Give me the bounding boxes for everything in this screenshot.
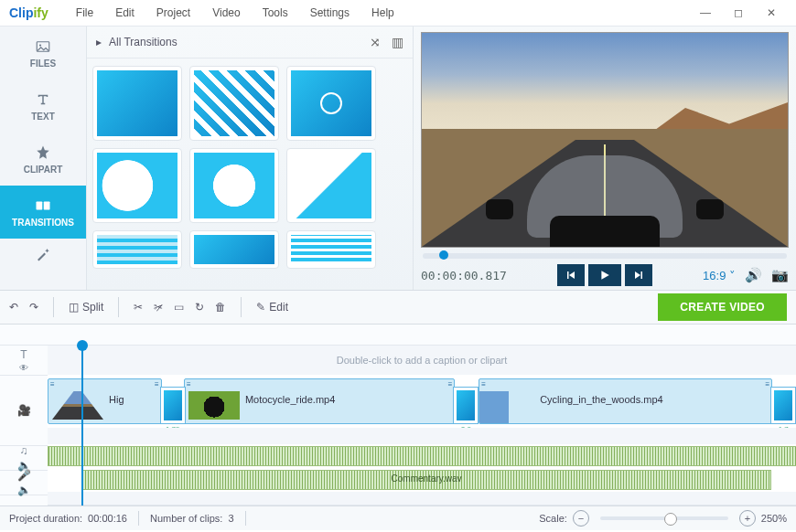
playhead[interactable] — [81, 346, 83, 505]
preview-seek-bar[interactable] — [423, 253, 787, 259]
music-lane[interactable] — [48, 444, 796, 469]
sidebar-item-text[interactable]: TEXT — [0, 80, 86, 133]
volume-icon[interactable]: 🔊 — [745, 267, 762, 283]
transitions-browser: ▸ All Transitions ⤨ ▥ — [87, 27, 414, 290]
shuffle-button[interactable]: ⤨ — [370, 35, 381, 49]
visibility-icon[interactable]: 👁 — [19, 363, 28, 373]
sidebar-item-transitions[interactable]: TRANSITIONS — [0, 186, 86, 239]
preview-panel: 00:00:00.817 16:9 ˅ 🔊 📷 — [414, 27, 796, 290]
text-track-icon: T — [20, 348, 27, 361]
transition-clip[interactable]: 1.7 — [770, 387, 796, 424]
wand-icon — [35, 246, 51, 262]
track-head-music[interactable]: ♫🔈 — [0, 446, 48, 471]
sidebar-item-files[interactable]: FILES — [0, 27, 86, 80]
transition-item[interactable] — [92, 66, 182, 141]
menu-help[interactable]: Help — [360, 6, 405, 19]
video-track-icon: 🎥 — [17, 404, 31, 417]
mic-lane[interactable]: Commentary.wav — [48, 468, 796, 493]
copy-button[interactable]: ▭ — [174, 301, 184, 314]
clips-label: Number of clips: — [150, 513, 222, 524]
delete-button[interactable]: 🗑 — [215, 301, 226, 314]
cut-button[interactable]: ✂ — [134, 301, 143, 314]
music-track-icon: ♫ — [20, 444, 28, 457]
zoom-out-button[interactable]: − — [573, 510, 589, 527]
mic-track-icon: 🎤 — [17, 469, 31, 482]
menu-settings[interactable]: Settings — [299, 6, 360, 19]
sidebar-label-clipart: CLIPART — [24, 165, 63, 175]
scale-label: Scale: — [539, 513, 567, 524]
redo-button[interactable]: ↷ — [29, 301, 38, 314]
next-frame-button[interactable] — [625, 264, 652, 286]
sidebar-label-transitions: TRANSITIONS — [12, 218, 74, 228]
star-icon — [35, 144, 51, 161]
zoom-in-button[interactable]: + — [739, 510, 756, 527]
menu-tools[interactable]: Tools — [252, 6, 299, 19]
browser-title: All Transitions — [109, 36, 177, 48]
clips-value: 3 — [228, 513, 233, 524]
sidebar-label-text: TEXT — [31, 112, 55, 122]
sidebar: FILES TEXT CLIPART TRANSITIONS — [0, 27, 87, 290]
transition-item[interactable] — [92, 230, 182, 269]
video-clip[interactable]: ≡≡Cycling_in_the_woods.mp4 — [479, 378, 772, 424]
svg-rect-2 — [37, 201, 43, 209]
preview-timecode: 00:00:00.817 — [421, 269, 507, 282]
duration-label: Project duration: — [9, 513, 82, 524]
play-button[interactable] — [588, 264, 621, 286]
track-head-mic[interactable]: 🎤🔈 — [0, 471, 48, 495]
duration-value: 00:00:16 — [88, 513, 127, 524]
transition-item[interactable] — [189, 230, 279, 269]
grid-view-button[interactable]: ▥ — [392, 35, 403, 49]
menu-video[interactable]: Video — [201, 6, 251, 19]
svg-rect-3 — [44, 201, 50, 209]
transition-clip[interactable]: 2.0 — [453, 387, 479, 424]
crop-button[interactable]: ✂̷ — [154, 301, 163, 314]
create-video-button[interactable]: CREATE VIDEO — [658, 293, 787, 321]
transition-item[interactable] — [92, 148, 182, 223]
transition-item[interactable] — [286, 66, 376, 141]
maximize-button[interactable]: ◻ — [723, 5, 754, 21]
undo-button[interactable]: ↶ — [9, 301, 18, 314]
video-clip[interactable]: ≡≡Hig — [48, 378, 162, 424]
scale-value: 250% — [761, 513, 787, 524]
menu-bar: Clipify File Edit Project Video Tools Se… — [0, 0, 796, 27]
svg-point-1 — [39, 44, 41, 46]
transition-clip[interactable]: 1.79 — [160, 387, 186, 424]
zoom-slider[interactable] — [600, 516, 728, 520]
menu-file[interactable]: File — [65, 6, 104, 19]
image-icon — [35, 38, 51, 55]
track-head-caption[interactable]: T👁 — [0, 346, 48, 376]
caption-hint: Double-click to add a caption or clipart — [337, 355, 507, 366]
mic-clip[interactable]: Commentary.wav — [81, 470, 772, 490]
play-list-icon: ▸ — [96, 36, 102, 48]
music-clip[interactable] — [48, 446, 796, 466]
menu-project[interactable]: Project — [145, 6, 201, 19]
prev-frame-button[interactable] — [557, 264, 585, 286]
clip-toolbar: ↶ ↷ ◫ Split ✂ ✂̷ ▭ ↻ 🗑 ✎ Edit CREATE VID… — [0, 290, 796, 325]
preview-viewport[interactable] — [421, 32, 789, 248]
speaker-icon[interactable]: 🔈 — [17, 484, 31, 496]
track-head-video[interactable]: 🎥 — [0, 376, 48, 446]
menu-edit[interactable]: Edit — [104, 6, 145, 19]
video-lane[interactable]: ≡≡Hig≡≡Motocycle_ride.mp4≡≡Cycling_in_th… — [48, 375, 796, 429]
caption-lane[interactable]: Double-click to add a caption or clipart — [48, 346, 796, 376]
app-logo: Clipify — [9, 5, 48, 20]
video-clip[interactable]: ≡≡Motocycle_ride.mp4 — [184, 378, 455, 424]
text-icon — [35, 91, 51, 108]
sidebar-item-clipart[interactable]: CLIPART — [0, 133, 86, 186]
rotate-button[interactable]: ↻ — [195, 301, 204, 314]
transition-item[interactable] — [286, 148, 376, 223]
split-button[interactable]: ◫ Split — [69, 301, 103, 314]
sidebar-label-files: FILES — [30, 59, 56, 69]
transition-item[interactable] — [286, 230, 376, 269]
snapshot-icon[interactable]: 📷 — [771, 267, 789, 283]
close-button[interactable]: ✕ — [756, 5, 787, 21]
edit-clip-button[interactable]: ✎ Edit — [256, 301, 288, 314]
transition-item[interactable] — [189, 66, 279, 141]
aspect-ratio-button[interactable]: 16:9 ˅ — [703, 269, 736, 282]
transitions-icon — [35, 197, 51, 214]
transition-item[interactable] — [189, 148, 279, 223]
sidebar-item-effects[interactable] — [0, 239, 86, 270]
minimize-button[interactable]: ― — [690, 5, 721, 21]
status-bar: Project duration: 00:00:16 Number of cli… — [0, 505, 796, 530]
timeline: 00:00:0200:00:0400:00:0600:00:0800:00:10… — [0, 325, 796, 505]
